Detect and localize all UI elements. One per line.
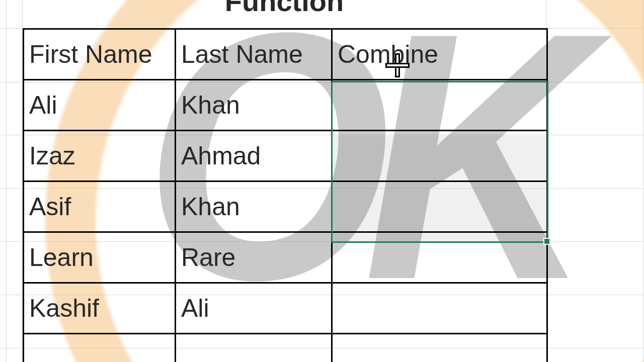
table-row: Learn Rare <box>24 232 547 283</box>
table-row: Kashif Ali <box>24 283 547 334</box>
table-row: Asif Khan <box>24 182 547 232</box>
cell-last-name[interactable]: Khan <box>176 80 332 131</box>
cell-first-name[interactable]: Asif <box>24 182 176 232</box>
cell-first-name[interactable]: Kashif <box>24 283 176 334</box>
header-first-name[interactable]: First Name <box>24 29 176 80</box>
cell-first-name[interactable]: Izaz <box>24 131 176 182</box>
cell-combine[interactable] <box>332 182 547 232</box>
header-combine[interactable]: Combine <box>332 29 547 80</box>
cell-last-name[interactable]: Ali <box>176 283 332 334</box>
gridline <box>6 0 7 362</box>
cell-first-name[interactable] <box>24 334 176 363</box>
cell-last-name[interactable]: Khan <box>176 182 332 232</box>
table-header-row: First Name Last Name Combine <box>24 29 547 80</box>
cell-last-name[interactable] <box>176 334 332 363</box>
header-last-name[interactable]: Last Name <box>176 29 332 80</box>
cell-first-name[interactable]: Learn <box>24 232 176 283</box>
table-row <box>24 334 547 363</box>
spreadsheet-viewport[interactable]: OK Function First Name Last Name Combine… <box>0 0 644 362</box>
title-cell[interactable]: Function <box>23 0 546 18</box>
cell-last-name[interactable]: Ahmad <box>176 131 332 182</box>
data-table: First Name Last Name Combine Ali Khan Iz… <box>23 28 548 362</box>
cell-combine[interactable] <box>332 334 547 363</box>
cell-combine[interactable] <box>332 232 547 283</box>
table-row: Ali Khan <box>24 80 547 131</box>
table-row: Izaz Ahmad <box>24 131 547 182</box>
cell-combine[interactable] <box>332 283 547 334</box>
gridline <box>643 0 643 362</box>
cell-last-name[interactable]: Rare <box>176 232 332 283</box>
cell-combine[interactable] <box>332 131 547 182</box>
cell-first-name[interactable]: Ali <box>24 80 176 131</box>
cell-combine[interactable] <box>332 80 547 131</box>
